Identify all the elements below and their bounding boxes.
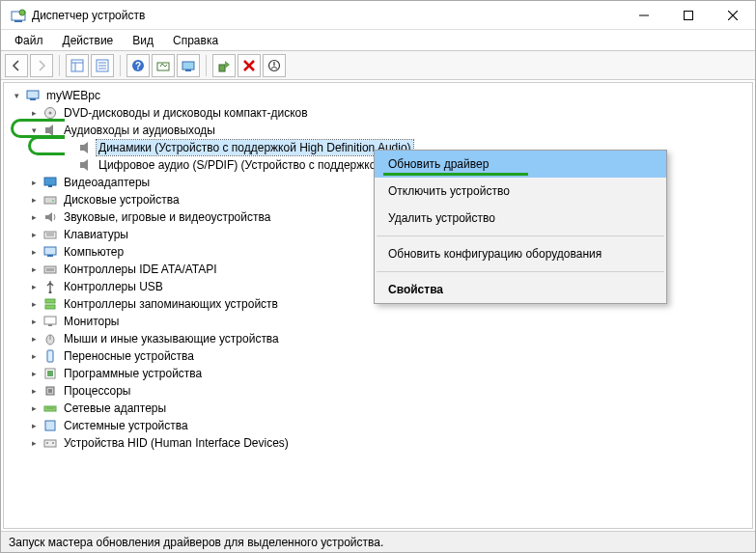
tree-category-label: DVD-дисководы и дисководы компакт-дисков (62, 105, 310, 121)
uninstall-device-button[interactable] (238, 54, 261, 77)
tree-device-label: Цифровое аудио (S/PDIF) (Устройство с по… (97, 157, 384, 173)
svg-rect-52 (48, 389, 52, 393)
caret-right-icon[interactable]: ▸ (27, 280, 41, 293)
caret-right-icon[interactable]: ▸ (27, 106, 41, 120)
close-button[interactable] (711, 1, 755, 30)
back-button[interactable] (5, 54, 28, 77)
tree-category[interactable]: ▸ Сетевые адаптеры (4, 400, 752, 417)
tree-category[interactable]: ▸ DVD-дисководы и дисководы компакт-диск… (4, 104, 752, 122)
caret-right-icon[interactable]: ▸ (27, 193, 41, 207)
tree-root[interactable]: ▾ myWEBpc (4, 87, 752, 104)
titlebar: Диспетчер устройств (1, 1, 755, 30)
sound-icon (42, 209, 58, 225)
svg-rect-17 (182, 62, 194, 69)
tree-category[interactable]: ▸ Мониторы (4, 313, 752, 330)
cpu-icon (42, 383, 58, 399)
update-driver-button[interactable] (152, 54, 175, 77)
svg-rect-31 (48, 185, 52, 187)
svg-rect-40 (46, 268, 54, 271)
caret-right-icon[interactable]: ▸ (27, 228, 41, 241)
tree-category[interactable]: ▸ Устройства HID (Human Interface Device… (4, 434, 752, 452)
caret-right-icon[interactable]: ▸ (27, 419, 41, 432)
svg-rect-42 (45, 299, 55, 303)
context-menu: Обновить драйвер Отключить устройство Уд… (374, 150, 667, 304)
caret-right-icon[interactable]: ▸ (27, 297, 41, 311)
cm-properties[interactable]: Свойства (375, 276, 666, 303)
menu-file[interactable]: Файл (5, 32, 53, 49)
toolbar-separator (120, 55, 121, 76)
menu-help[interactable]: Справка (163, 32, 228, 49)
caret-right-icon[interactable]: ▸ (27, 176, 41, 189)
caret-right-icon[interactable]: ▸ (27, 436, 41, 450)
toolbar-separator (59, 55, 60, 76)
tree-category[interactable]: ▸ Мыши и иные указывающие устройства (4, 330, 752, 347)
caret-right-icon[interactable]: ▸ (27, 210, 41, 224)
tree-category[interactable]: ▸ Процессоры (4, 382, 752, 400)
svg-rect-23 (27, 91, 39, 98)
caret-right-icon[interactable]: ▸ (27, 245, 41, 259)
tree-category-label: Мыши и иные указывающие устройства (62, 331, 281, 346)
caret-right-icon[interactable]: ▸ (27, 367, 41, 380)
minimize-button[interactable] (622, 1, 666, 30)
tree-category[interactable]: ▸ Переносные устройства (4, 347, 752, 365)
caret-right-icon[interactable]: ▸ (27, 401, 41, 415)
svg-point-41 (49, 291, 52, 294)
cm-update-driver[interactable]: Обновить драйвер (375, 151, 666, 178)
svg-point-33 (52, 200, 54, 202)
pc-icon (42, 244, 58, 260)
tree-category[interactable]: ▸ Системные устройства (4, 417, 752, 434)
tree-root-label: myWEBpc (44, 88, 102, 103)
tree-category-label: Переносные устройства (62, 348, 196, 364)
app-icon (11, 8, 26, 23)
statusbar: Запуск мастера обновления драйверов для … (1, 531, 755, 552)
caret-right-icon[interactable]: ▸ (27, 384, 41, 398)
caret-right-icon[interactable]: ▸ (27, 263, 41, 276)
svg-rect-27 (45, 127, 49, 133)
tree-category[interactable]: ▸ Программные устройства (4, 365, 752, 382)
tree-category-label: Контроллеры IDE ATA/ATAPI (62, 262, 219, 277)
forward-button[interactable] (30, 54, 53, 77)
enable-device-button[interactable] (212, 54, 236, 77)
tree-category-label: Звуковые, игровые и видеоустройства (62, 209, 272, 225)
svg-rect-28 (80, 145, 84, 151)
svg-rect-44 (44, 317, 56, 324)
context-menu-separator (377, 235, 664, 236)
disc-icon (42, 105, 58, 121)
caret-right-icon[interactable]: ▸ (27, 315, 41, 328)
svg-point-26 (49, 112, 52, 115)
cm-disable-device[interactable]: Отключить устройство (375, 178, 666, 205)
menu-view[interactable]: Вид (123, 32, 163, 49)
tree-category-label: Устройства HID (Human Interface Devices) (62, 435, 291, 451)
caret-down-icon[interactable]: ▾ (27, 124, 41, 137)
pc-icon (25, 88, 41, 103)
menubar: Файл Действие Вид Справка (1, 30, 755, 51)
svg-rect-55 (45, 421, 55, 430)
cm-uninstall-device[interactable]: Удалить устройство (375, 205, 666, 232)
show-hide-console-tree-button[interactable] (66, 54, 89, 77)
menu-action[interactable]: Действие (53, 32, 124, 49)
svg-rect-48 (47, 350, 53, 362)
caret-right-icon[interactable]: ▸ (27, 332, 41, 346)
toolbar: ? (1, 51, 755, 80)
help-button[interactable]: ? (126, 54, 150, 77)
tree-category[interactable]: ▾ Аудиовходы и аудиовыходы (4, 122, 752, 139)
maximize-button[interactable] (666, 1, 711, 30)
disable-device-button[interactable] (263, 54, 286, 77)
svg-rect-24 (30, 98, 36, 100)
tree-category-label: Видеоадаптеры (62, 175, 152, 190)
monitor-icon (42, 314, 58, 329)
caret-right-icon[interactable]: ▸ (27, 349, 41, 363)
caret-down-icon[interactable]: ▾ (10, 89, 23, 102)
hid-icon (42, 435, 58, 451)
properties-button[interactable] (91, 54, 114, 77)
svg-rect-1 (14, 20, 22, 22)
window-title: Диспетчер устройств (32, 9, 622, 22)
svg-point-57 (46, 442, 48, 444)
tree-category-label: Контроллеры USB (62, 279, 165, 294)
cm-scan-hardware[interactable]: Обновить конфигурацию оборудования (375, 240, 666, 267)
context-menu-separator (377, 271, 664, 272)
toolbar-separator (206, 55, 207, 76)
svg-point-2 (19, 10, 25, 15)
scan-hardware-button[interactable] (177, 54, 200, 77)
tree-category-label: Контроллеры запоминающих устройств (62, 296, 280, 312)
